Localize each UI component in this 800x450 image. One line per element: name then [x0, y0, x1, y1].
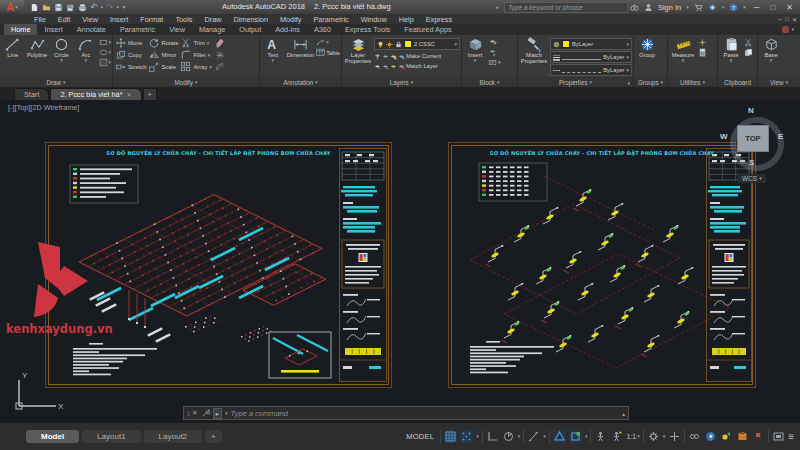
menu-view[interactable]: View: [76, 15, 104, 24]
ribbon-tab-home[interactable]: Home: [4, 24, 37, 35]
command-history-icon[interactable]: ▴: [622, 410, 625, 417]
new-drawing-tab-button[interactable]: +: [143, 88, 157, 100]
table-button[interactable]: Table: [316, 48, 340, 57]
annotation-autoscale-toggle[interactable]: [610, 430, 623, 443]
panel-label-annotation[interactable]: Annotation▾: [260, 77, 341, 87]
doc-minimize-button[interactable]: ─: [778, 16, 782, 23]
arc-button[interactable]: Arc ▾: [74, 37, 97, 77]
grid-toggle[interactable]: [444, 430, 457, 443]
stretch-button[interactable]: Stretch: [116, 61, 146, 73]
measure-button[interactable]: Measure ▾: [669, 37, 697, 77]
polyline-button[interactable]: Polyline: [25, 37, 48, 77]
compass-east-label[interactable]: E: [778, 132, 783, 141]
isometric-drafting-toggle[interactable]: [553, 430, 566, 443]
caret-down-icon[interactable]: ▾: [585, 434, 588, 439]
file-tab-document[interactable]: 2. Pccc bia viết hà*✕: [50, 88, 141, 100]
redo-button[interactable]: ↷: [106, 3, 114, 12]
viewport-controls[interactable]: [-][Top][2D Wireframe]: [8, 103, 79, 112]
qat-customize-caret-icon[interactable]: ▾: [122, 4, 125, 10]
copy-clip-button[interactable]: [744, 48, 753, 57]
sign-in-button[interactable]: Sign In: [658, 3, 681, 12]
maximize-button[interactable]: □: [767, 3, 778, 12]
caret-down-icon[interactable]: ▾: [476, 434, 479, 439]
panel-label-groups[interactable]: Groups▾: [634, 77, 667, 87]
annotation-monitor-toggle[interactable]: [668, 430, 681, 443]
infocenter-collapse-icon[interactable]: ▸: [496, 5, 499, 10]
line-button[interactable]: Line: [1, 37, 24, 77]
panel-label-draw[interactable]: Draw▾: [0, 77, 112, 87]
caret-down-icon[interactable]: ▾: [663, 434, 666, 439]
ribbon-tab-insert[interactable]: Insert: [37, 24, 69, 35]
make-current-button[interactable]: Make Current: [374, 51, 460, 61]
viewcube[interactable]: N W E S TOP WCS▾: [722, 108, 792, 188]
array-button[interactable]: Array▾: [181, 61, 211, 73]
trim-button[interactable]: Trim▾: [181, 37, 211, 49]
erase-button[interactable]: [215, 37, 225, 49]
hatch-button[interactable]: ▾: [99, 58, 112, 67]
layout-tab-layout1[interactable]: Layout1: [82, 430, 140, 443]
doc-close-button[interactable]: ✕: [792, 16, 797, 23]
paste-button[interactable]: Paste ▾: [719, 37, 743, 77]
notification-icon[interactable]: [752, 430, 765, 443]
recent-commands-icon[interactable]: ▸: [213, 408, 222, 419]
panel-label-view[interactable]: View▾: [758, 77, 800, 87]
object-snap-toggle[interactable]: [569, 430, 582, 443]
ribbon-options-icon[interactable]: [782, 26, 789, 33]
customization-menu[interactable]: ≡: [788, 431, 794, 442]
save-as-icon[interactable]: [66, 3, 75, 12]
explode-button[interactable]: [215, 49, 225, 61]
compass-south-label[interactable]: S: [749, 158, 754, 167]
model-space-badge[interactable]: MODEL: [403, 432, 437, 441]
edit-block-button[interactable]: [488, 38, 501, 47]
menu-file[interactable]: File: [28, 15, 52, 24]
caret-down-icon[interactable]: ▾: [543, 434, 546, 439]
exchange-apps-icon[interactable]: [708, 3, 717, 12]
copy-button[interactable]: Copy: [116, 49, 146, 61]
caret-down-icon[interactable]: ▾: [518, 434, 521, 439]
panel-label-modify[interactable]: Modify▾: [113, 77, 259, 87]
close-tab-icon[interactable]: ✕: [126, 91, 131, 98]
doc-restore-button[interactable]: □: [785, 16, 789, 23]
command-line[interactable]: ⁞⁞ ✕ ▸ ▾ Type a command ▴: [183, 406, 629, 420]
graphics-performance-toggle[interactable]: [704, 430, 717, 443]
menu-edit[interactable]: Edit: [52, 15, 77, 24]
panel-label-properties[interactable]: Properties▾: [518, 77, 633, 87]
new-layout-button[interactable]: +: [205, 430, 222, 443]
drawing-canvas[interactable]: [-][Top][2D Wireframe] SƠ ĐỒ NGUYÊN LÝ C…: [0, 100, 800, 423]
menu-dimension[interactable]: Dimension: [227, 15, 273, 24]
layout-tab-layout2[interactable]: Layout2: [144, 430, 202, 443]
open-folder-icon[interactable]: [42, 3, 51, 12]
command-close-icon[interactable]: ✕: [192, 409, 198, 417]
match-layer-button[interactable]: Match Layer: [374, 61, 460, 71]
multileader-button[interactable]: ▾: [316, 38, 340, 47]
layout-tab-model[interactable]: Model: [26, 430, 79, 443]
match-properties-button[interactable]: Match Properties: [519, 37, 549, 77]
ortho-toggle[interactable]: [486, 430, 499, 443]
fillet-button[interactable]: Fillet▾: [181, 49, 211, 61]
annotation-scale-dropdown[interactable]: 1:1▾: [626, 433, 639, 440]
move-button[interactable]: Move: [116, 37, 146, 49]
menu-format[interactable]: Format: [134, 15, 169, 24]
annotation-visibility-toggle[interactable]: [594, 430, 607, 443]
id-point-button[interactable]: [698, 38, 707, 47]
dimension-button[interactable]: Dimension: [286, 37, 316, 77]
compass-north-label[interactable]: N: [748, 106, 754, 115]
lineweight-dropdown[interactable]: ByLayer ▾: [550, 51, 632, 63]
search-binoculars-icon[interactable]: [630, 3, 639, 12]
create-block-button[interactable]: [488, 48, 501, 57]
app-manager-icon[interactable]: [736, 430, 749, 443]
ribbon-tab-addins[interactable]: Add-ins: [268, 24, 307, 35]
ucs-icon[interactable]: Y X: [6, 370, 66, 414]
drawing-sheet-right[interactable]: SƠ ĐỒ NGUYÊN LÝ CHỮA CHÁY - CHI TIẾT LẮP…: [448, 142, 756, 388]
ellipse-button[interactable]: ▾: [99, 48, 112, 57]
wcs-dropdown[interactable]: WCS▾: [738, 174, 766, 183]
ribbon-tab-a360[interactable]: A360: [307, 24, 338, 35]
menu-modify[interactable]: Modify: [274, 15, 308, 24]
menu-help[interactable]: Help: [393, 15, 420, 24]
menu-tools[interactable]: Tools: [169, 15, 198, 24]
plot-icon[interactable]: [78, 3, 87, 12]
isolate-objects-toggle[interactable]: [720, 430, 733, 443]
search-input[interactable]: [504, 2, 628, 13]
menu-window[interactable]: Window: [355, 15, 393, 24]
application-menu-button[interactable]: A ▾: [0, 0, 24, 14]
